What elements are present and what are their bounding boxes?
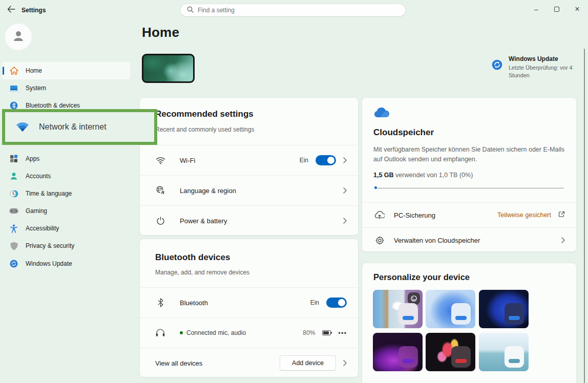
cloud-storage-description: Mit verfügbarem Speicher können Sie Date…: [373, 145, 569, 164]
more-options-button[interactable]: •••: [338, 329, 347, 337]
maximize-button[interactable]: [547, 2, 566, 16]
sidebar-item-privacy-security[interactable]: Privacy & security: [2, 237, 130, 254]
devices-footer-row: View all devices Add device: [140, 348, 358, 378]
theme-thumbnail-lake-light[interactable]: [479, 333, 529, 371]
apps-icon: [9, 154, 18, 163]
pc-backup-label: PC-Sicherung: [394, 211, 435, 219]
pc-backup-row[interactable]: PC-Sicherung Teilweise gesichert: [362, 202, 576, 227]
gear-icon: [374, 235, 385, 245]
sidebar-item-label: System: [26, 84, 46, 92]
power-icon: [155, 216, 165, 226]
sidebar-item-time-language[interactable]: Time & language: [2, 185, 130, 202]
chevron-right-icon: [343, 187, 347, 194]
language-region-icon: A: [155, 185, 165, 196]
headphones-icon: [155, 328, 165, 338]
bluetooth-glyph-icon: [155, 297, 165, 308]
accounts-icon: [9, 172, 18, 181]
cloud-icon: [373, 107, 390, 120]
windows-update-status[interactable]: Windows Update Letzte Überprüfung: vor 4…: [492, 55, 585, 80]
sidebar-item-label: Accounts: [26, 173, 51, 180]
shield-icon: [9, 241, 18, 250]
bluetooth-devices-card: Bluetooth devices Manage, add, and remov…: [139, 239, 359, 377]
taskbar-preview: [505, 303, 524, 325]
gaming-icon: [9, 206, 18, 216]
sidebar-item-label: Apps: [26, 155, 39, 162]
taskbar-preview: [451, 346, 471, 368]
connected-status-dot: [180, 331, 183, 334]
sidebar-item-label: Time & language: [26, 190, 72, 197]
wifi-toggle[interactable]: [316, 155, 336, 165]
theme-thumbnail-purple-glow[interactable]: [373, 333, 423, 371]
theme-thumbnail-spotlight[interactable]: [373, 290, 423, 328]
chevron-right-icon: [343, 218, 347, 224]
device-wallpaper-thumbnail: [142, 54, 195, 83]
sidebar-item-gaming[interactable]: Gaming: [2, 202, 130, 220]
sidebar-item-accessibility[interactable]: Accessibility: [2, 220, 130, 237]
close-button[interactable]: ×: [568, 2, 587, 16]
cloud-usage-text: 1,5 GB verwendet von 1,0 TB (0%): [373, 172, 473, 179]
bluetooth-toggle-row[interactable]: Bluetooth Ein: [140, 287, 358, 317]
sidebar-item-label: Windows Update: [26, 260, 72, 267]
update-status-title: Windows Update: [509, 55, 583, 62]
language-region-row[interactable]: A Language & region: [140, 175, 358, 205]
search-input[interactable]: [198, 7, 399, 14]
bluetooth-toggle[interactable]: [326, 297, 347, 308]
taskbar-preview: [505, 346, 524, 368]
search-box[interactable]: [180, 4, 406, 17]
bluetooth-label: Bluetooth: [180, 299, 208, 307]
annotation-highlight-network-internet[interactable]: Network & internet: [2, 109, 157, 145]
sidebar-item-label: Privacy & security: [26, 242, 74, 249]
sidebar-item-label: Bluetooth & devices: [26, 102, 80, 109]
recommended-settings-title: Recommended settings: [155, 109, 254, 119]
vertical-scrollbar[interactable]: [584, 49, 585, 383]
network-internet-icon: [15, 122, 30, 132]
personalize-card: Personalize your device: [362, 263, 577, 383]
chevron-right-icon: [343, 157, 347, 163]
bluetooth-devices-title: Bluetooth devices: [155, 252, 230, 263]
connected-device-row[interactable]: Connected mic, audio 80% •••: [140, 317, 358, 348]
device-status-text: Connected mic, audio: [186, 329, 246, 336]
view-all-devices-link[interactable]: View all devices: [155, 359, 202, 367]
update-status-subtitle: Letzte Überprüfung: vor 4 Stunden: [509, 64, 583, 80]
minimize-button[interactable]: –: [527, 2, 546, 16]
sidebar-item-windows-update[interactable]: Windows Update: [2, 255, 130, 272]
avatar[interactable]: [5, 24, 32, 50]
wifi-row[interactable]: Wi-Fi Ein: [140, 145, 358, 175]
external-link-icon[interactable]: [558, 210, 565, 220]
taskbar-preview: [451, 303, 471, 325]
language-region-label: Language & region: [180, 187, 236, 195]
cloud-backup-icon: [374, 210, 385, 220]
sidebar-item-system[interactable]: System: [2, 79, 130, 97]
annotation-label: Network & internet: [39, 122, 107, 132]
storage-progress-dot: [374, 186, 377, 189]
sidebar-item-apps[interactable]: Apps: [2, 150, 130, 167]
sidebar-item-home[interactable]: Home: [2, 62, 130, 79]
power-battery-row[interactable]: Power & battery: [140, 205, 358, 236]
wifi-icon: [155, 155, 165, 165]
cloud-storage-card: Cloudspeicher Mit verfügbarem Speicher k…: [362, 97, 577, 252]
toggle-knob: [338, 299, 345, 306]
back-button[interactable]: [4, 3, 18, 17]
theme-thumbnail-dark-bloom[interactable]: [479, 290, 529, 328]
taskbar-preview: [398, 346, 418, 368]
theme-thumbnail-flower-dark[interactable]: [426, 333, 475, 371]
battery-icon: [322, 330, 331, 335]
manage-cloud-storage-row[interactable]: Verwalten von Cloudspeicher: [362, 227, 576, 252]
taskbar-preview: [398, 303, 418, 325]
user-icon: [11, 28, 26, 46]
backup-status-link[interactable]: Teilweise gesichert: [497, 211, 551, 219]
add-device-button[interactable]: Add device: [280, 355, 336, 371]
sidebar-item-accounts[interactable]: Accounts: [2, 167, 130, 185]
recommended-settings-subtitle: Recent and commonly used settings: [155, 126, 254, 133]
page-title: Home: [142, 25, 179, 40]
cloud-storage-title: Cloudspeicher: [373, 127, 434, 138]
theme-thumbnail-light-bloom[interactable]: [426, 290, 475, 328]
chevron-right-icon[interactable]: [343, 360, 347, 366]
maximize-icon: [554, 7, 559, 12]
personalize-title: Personalize your device: [373, 272, 470, 282]
chevron-right-icon: [561, 237, 565, 243]
back-arrow-icon: [7, 6, 15, 15]
cloud-usage-value: 1,5 GB: [373, 172, 394, 179]
power-battery-label: Power & battery: [180, 217, 227, 225]
wifi-state-label: Ein: [300, 157, 308, 164]
